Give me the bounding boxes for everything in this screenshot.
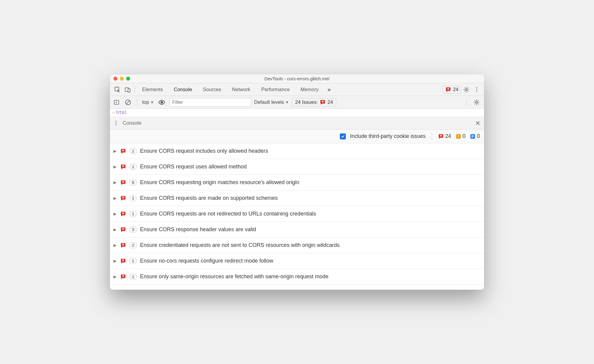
issue-row[interactable]: ▶1Ensure no-cors requests configure redi… <box>110 253 484 269</box>
close-window-button[interactable] <box>113 77 117 81</box>
error-icon <box>120 242 126 248</box>
error-icon <box>120 180 126 186</box>
svg-point-3 <box>465 88 467 90</box>
tab-console[interactable]: Console <box>168 83 198 96</box>
issue-row[interactable]: ▶2Ensure credentialed requests are not s… <box>110 238 484 253</box>
error-icon <box>120 195 126 201</box>
issue-title: Ensure CORS request uses allowed method <box>140 164 247 170</box>
context-label: top <box>142 99 149 105</box>
filter-input[interactable] <box>170 98 251 107</box>
issue-count-badge: 1 <box>129 258 137 264</box>
window-title: DevTools - cors-errors.glitch.me/ <box>110 76 484 81</box>
device-toolbar-icon[interactable] <box>123 85 133 95</box>
levels-label: Default levels <box>254 99 284 105</box>
error-icon <box>320 99 326 105</box>
more-menu-icon[interactable] <box>471 85 482 95</box>
console-settings-icon[interactable] <box>471 97 482 107</box>
zoom-window-button[interactable] <box>126 77 130 81</box>
issues-button[interactable]: 24 Issues: 24 <box>292 98 337 107</box>
issue-row[interactable]: ▶1Ensure CORS request includes only allo… <box>110 143 484 159</box>
issue-row[interactable]: ▶1Ensure CORS requests are made on suppo… <box>110 190 484 206</box>
svg-rect-2 <box>128 89 130 92</box>
issue-row[interactable]: ▶1Ensure CORS requests are not redirecte… <box>110 206 484 222</box>
disclosure-triangle-icon[interactable]: ▶ <box>113 259 117 263</box>
angle-bracket: < <box>112 110 115 115</box>
chevron-down-icon: ▼ <box>150 100 154 104</box>
issue-title: Ensure CORS requests are made on support… <box>140 195 278 201</box>
live-expression-icon[interactable] <box>157 99 167 106</box>
error-count-pill[interactable]: 24 <box>442 86 461 94</box>
tab-memory[interactable]: Memory <box>295 83 324 96</box>
warning-icon <box>455 133 461 139</box>
drawer-title: Console <box>123 120 141 126</box>
issue-row[interactable]: ▶1Ensure only same-origin resources are … <box>110 269 484 285</box>
error-icon <box>120 211 126 217</box>
disclosure-triangle-icon[interactable]: ▶ <box>113 164 117 169</box>
issue-count-badge: 2 <box>129 242 137 248</box>
error-icon <box>120 258 126 264</box>
error-icon <box>120 274 126 280</box>
divider <box>135 86 135 93</box>
execution-context-icon[interactable] <box>112 97 121 107</box>
disclosure-triangle-icon[interactable]: ▶ <box>113 274 117 279</box>
tab-sources[interactable]: Sources <box>197 83 227 96</box>
divider <box>137 99 137 106</box>
issue-title: Ensure credentialed requests are not sen… <box>140 242 340 248</box>
drawer-header: Console <box>110 117 484 129</box>
svg-point-6 <box>161 101 163 103</box>
issue-title: Ensure only same-origin resources are fe… <box>140 273 328 280</box>
info-count: 0 <box>477 133 480 139</box>
issue-row[interactable]: ▶1Ensure CORS request uses allowed metho… <box>110 159 484 175</box>
disclosure-triangle-icon[interactable]: ▶ <box>113 196 117 200</box>
settings-icon[interactable] <box>461 85 471 95</box>
error-icon <box>445 87 451 93</box>
disclosure-triangle-icon[interactable]: ▶ <box>113 227 117 232</box>
error-icon <box>120 164 126 170</box>
log-levels-selector[interactable]: Default levels ▼ <box>254 99 289 105</box>
errors-counter[interactable]: 24 <box>438 133 451 139</box>
console-toolbar: top ▼ Default levels ▼ 24 Issues: 24 <box>110 96 484 109</box>
warnings-count: 0 <box>463 133 466 139</box>
divider <box>432 133 432 140</box>
divider <box>466 99 467 106</box>
issue-count-badge: 3 <box>129 226 137 233</box>
main-tabbar: ElementsConsoleSourcesNetworkPerformance… <box>110 83 484 96</box>
devtools-window: DevTools - cors-errors.glitch.me/ Elemen… <box>110 74 484 290</box>
disclosure-triangle-icon[interactable]: ▶ <box>113 149 117 153</box>
error-icon <box>120 227 126 233</box>
issue-title: Ensure no-cors requests configure redire… <box>140 258 273 264</box>
issues-list[interactable]: ▶1Ensure CORS request includes only allo… <box>110 143 484 290</box>
error-count-value: 24 <box>453 87 458 92</box>
issue-count-badge: 1 <box>129 164 137 170</box>
issue-row[interactable]: ▶6Ensure CORS requesting origin matches … <box>110 175 484 190</box>
drawer-menu-icon[interactable] <box>113 121 118 125</box>
more-tabs-icon[interactable]: » <box>324 85 334 95</box>
issue-count-badge: 6 <box>129 179 137 186</box>
info-counter[interactable]: 0 <box>470 133 480 139</box>
error-icon <box>438 133 444 139</box>
issue-count-badge: 1 <box>129 273 137 280</box>
tab-performance[interactable]: Performance <box>256 83 295 96</box>
close-drawer-button[interactable] <box>475 120 481 126</box>
chevron-down-icon: ▼ <box>285 100 289 104</box>
issue-row[interactable]: ▶3Ensure CORS response header values are… <box>110 222 484 238</box>
tab-elements[interactable]: Elements <box>137 83 168 96</box>
issue-title: Ensure CORS requests are not redirected … <box>140 211 316 217</box>
disclosure-triangle-icon[interactable]: ▶ <box>113 243 117 247</box>
source-tag: html <box>116 110 127 115</box>
titlebar: DevTools - cors-errors.glitch.me/ <box>110 74 484 83</box>
third-party-cookie-checkbox[interactable] <box>340 133 346 139</box>
source-hint: <html <box>110 109 484 117</box>
clear-console-icon[interactable] <box>124 97 132 107</box>
minimize-window-button[interactable] <box>120 77 124 81</box>
context-selector[interactable]: top ▼ <box>142 99 154 105</box>
issue-title: Ensure CORS requesting origin matches re… <box>140 179 299 186</box>
issue-title: Ensure CORS request includes only allowe… <box>140 148 268 154</box>
tab-network[interactable]: Network <box>227 83 256 96</box>
disclosure-triangle-icon[interactable]: ▶ <box>113 180 117 185</box>
warnings-counter[interactable]: 0 <box>455 133 466 139</box>
issue-title: Ensure CORS response header values are v… <box>140 226 256 233</box>
tabs-host: ElementsConsoleSourcesNetworkPerformance… <box>137 83 324 96</box>
disclosure-triangle-icon[interactable]: ▶ <box>113 212 117 216</box>
inspect-element-icon[interactable] <box>112 85 123 95</box>
